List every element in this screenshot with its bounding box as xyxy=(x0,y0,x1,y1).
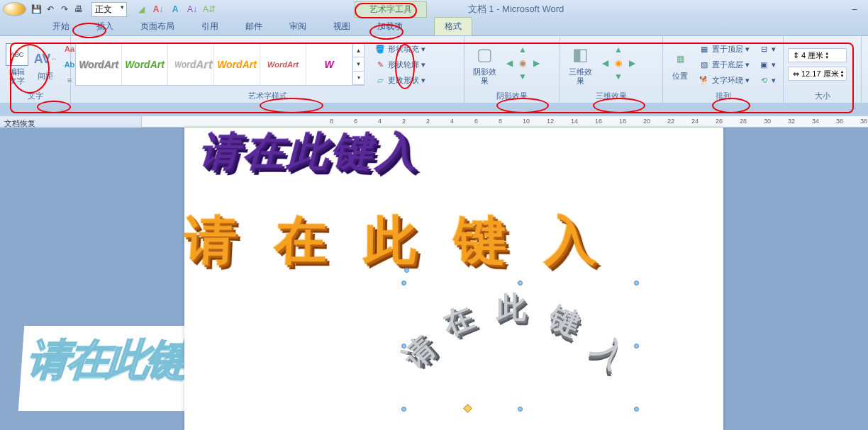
arrange-group-label: 排列 xyxy=(667,90,779,101)
shadow-effects-button[interactable]: ▢ 阴影效果 xyxy=(469,42,500,87)
adjust-handle[interactable] xyxy=(463,404,472,413)
print-icon[interactable]: 🖶 xyxy=(73,4,84,15)
front-icon: ▦ xyxy=(699,43,710,55)
size-group-label: 大小 xyxy=(788,90,857,101)
wrap-icon: 🐕 xyxy=(699,74,710,86)
3d-tilt-right[interactable]: ▶ xyxy=(625,58,638,71)
format-icon-3[interactable]: A xyxy=(168,3,182,16)
3d-tilt-left[interactable]: ◀ xyxy=(599,58,611,71)
change-shape-button[interactable]: ▱更改形状 ▾ xyxy=(372,73,428,87)
format-icon-1[interactable]: ◢ xyxy=(134,3,148,16)
minimize-button[interactable]: – xyxy=(844,4,865,14)
tab-review[interactable]: 审阅 xyxy=(279,18,316,35)
tab-addins[interactable]: 加载项 xyxy=(367,18,413,35)
align-icon: ⊟ xyxy=(758,43,769,55)
gallery-up-button[interactable]: ▲ xyxy=(353,44,364,57)
shadow-nudge-down[interactable]: ▼ xyxy=(516,72,529,84)
spacing-icon: AV↔ xyxy=(34,47,57,70)
format-icon-2[interactable]: A↓ xyxy=(151,3,165,16)
wordart-style-gallery[interactable]: WordArt WordArt WordArt WordArt WordArt … xyxy=(75,43,365,86)
resize-handle-extra[interactable] xyxy=(404,268,409,273)
resize-handle-nw[interactable] xyxy=(401,281,406,285)
contextual-tab-label: 艺术字工具 xyxy=(355,1,427,18)
3d-toggle[interactable]: ◉ xyxy=(612,58,625,71)
quick-access-toolbar: 💾 ↶ ↷ 🖶 xyxy=(30,4,84,15)
width-input[interactable]: ⇔ 12.17 厘米 ▲▼ xyxy=(788,67,847,81)
group-icon: ▣ xyxy=(758,59,769,70)
align-button[interactable]: ⊟▾ xyxy=(755,42,779,56)
office-button[interactable] xyxy=(3,2,26,16)
shape-fill-button[interactable]: 🪣形状填充 ▾ xyxy=(372,42,428,56)
position-button[interactable]: ▦ 位置 xyxy=(667,46,693,82)
3d-effects-button[interactable]: ◧ 三维效果 xyxy=(564,42,596,87)
shadow-nudge-left[interactable]: ◀ xyxy=(503,58,516,71)
back-icon: ▨ xyxy=(699,59,710,70)
shape-outline-button[interactable]: ✎形状轮廓 ▾ xyxy=(372,57,428,72)
resize-handle-sw[interactable] xyxy=(401,407,406,412)
wordart-style-6[interactable]: W xyxy=(306,44,352,85)
shadow-nudge-up[interactable]: ▲ xyxy=(516,45,529,57)
resize-handle-s[interactable] xyxy=(518,407,523,412)
shadow-group-label: 阴影效果 xyxy=(469,90,555,101)
redo-icon[interactable]: ↷ xyxy=(59,4,70,15)
width-icon: ⇔ xyxy=(790,68,801,79)
shadow-icon: ▢ xyxy=(473,43,496,66)
wordart-style-3[interactable]: WordArt xyxy=(168,44,214,85)
styles-group-label: 艺术字样式 xyxy=(75,90,460,101)
tab-references[interactable]: 引用 xyxy=(191,18,228,35)
height-icon: ⇕ xyxy=(790,50,801,61)
height-input[interactable]: ⇕ 4 厘米 ▲▼ xyxy=(788,48,847,62)
bucket-icon: 🪣 xyxy=(374,43,386,55)
spacing-button[interactable]: AV↔ 间距 xyxy=(33,46,58,82)
bring-to-front-button[interactable]: ▦置于顶层 ▾ xyxy=(696,42,752,56)
ribbon-tabs: 开始 插入 页面布局 引用 邮件 审阅 视图 加载项 格式 xyxy=(0,18,868,35)
gallery-down-button[interactable]: ▼ xyxy=(353,57,364,71)
undo-icon[interactable]: ↶ xyxy=(45,4,56,15)
tab-insert[interactable]: 插入 xyxy=(87,18,123,35)
rotate-button[interactable]: ⟲▾ xyxy=(755,73,779,87)
wordart-silver[interactable]: 请 在 此 键 入 xyxy=(404,283,638,411)
wordart-style-1[interactable]: WordArt xyxy=(76,44,122,85)
shape-icon: ▱ xyxy=(374,74,386,86)
tab-view[interactable]: 视图 xyxy=(323,18,360,35)
position-icon: ▦ xyxy=(669,47,691,70)
3d-group-label: 三维效果 xyxy=(564,90,658,101)
3d-tilt-up[interactable]: ▲ xyxy=(612,45,625,57)
pen-icon: ✎ xyxy=(374,59,386,70)
send-to-back-button[interactable]: ▨置于底层 ▾ xyxy=(696,57,752,72)
ribbon: ABC 编辑文字 AV↔ 间距 Aa Ab ≡ 文字 WordArt WordA… xyxy=(0,35,868,103)
text-group-label: 文字 xyxy=(4,90,66,101)
wordart-purple[interactable]: 请在此键入 xyxy=(197,128,420,179)
cube-icon: ◧ xyxy=(569,43,591,66)
horizontal-ruler[interactable]: 8642246810121416182022242628303234363840… xyxy=(142,116,868,128)
rotate-icon: ⟲ xyxy=(758,74,769,86)
wordart-style-5[interactable]: WordArt xyxy=(260,44,306,85)
group-button[interactable]: ▣▾ xyxy=(755,57,779,72)
resize-handle-e[interactable] xyxy=(634,344,639,349)
document-canvas[interactable]: 请在此键入 请在此键入 请 在 此 键 入 请 在 此 键 入 xyxy=(0,128,868,430)
shadow-nudge-right[interactable]: ▶ xyxy=(530,58,542,71)
text-wrap-button[interactable]: 🐕文字环绕 ▾ xyxy=(696,73,752,87)
style-selector[interactable]: 正文 xyxy=(91,2,127,17)
resize-handle-n[interactable] xyxy=(518,281,523,285)
tab-home[interactable]: 开始 xyxy=(43,18,79,35)
resize-handle-w[interactable] xyxy=(401,344,406,349)
shadow-toggle[interactable]: ◉ xyxy=(516,58,529,71)
edit-text-button[interactable]: ABC 编辑文字 xyxy=(4,42,30,87)
gallery-more-button[interactable]: ▾ xyxy=(353,72,364,85)
3d-tilt-down[interactable]: ▼ xyxy=(612,72,625,84)
document-page[interactable]: 请在此键入 请 在 此 键 入 请 在 此 键 入 xyxy=(184,128,723,430)
wordart-orange[interactable]: 请 在 此 键 入 xyxy=(184,206,610,277)
window-title: 文档 1 - Microsoft Word xyxy=(188,3,844,16)
save-icon[interactable]: 💾 xyxy=(30,4,42,15)
wordart-style-4[interactable]: WordArt xyxy=(214,44,260,85)
tab-format[interactable]: 格式 xyxy=(434,17,472,35)
edit-text-icon: ABC xyxy=(6,43,28,66)
style-value: 正文 xyxy=(95,4,112,14)
resize-handle-ne[interactable] xyxy=(634,281,639,285)
tab-page-layout[interactable]: 页面布局 xyxy=(130,18,184,35)
resize-handle-se[interactable] xyxy=(634,407,639,412)
wordart-style-2[interactable]: WordArt xyxy=(122,44,168,85)
tab-mailings[interactable]: 邮件 xyxy=(235,18,272,35)
